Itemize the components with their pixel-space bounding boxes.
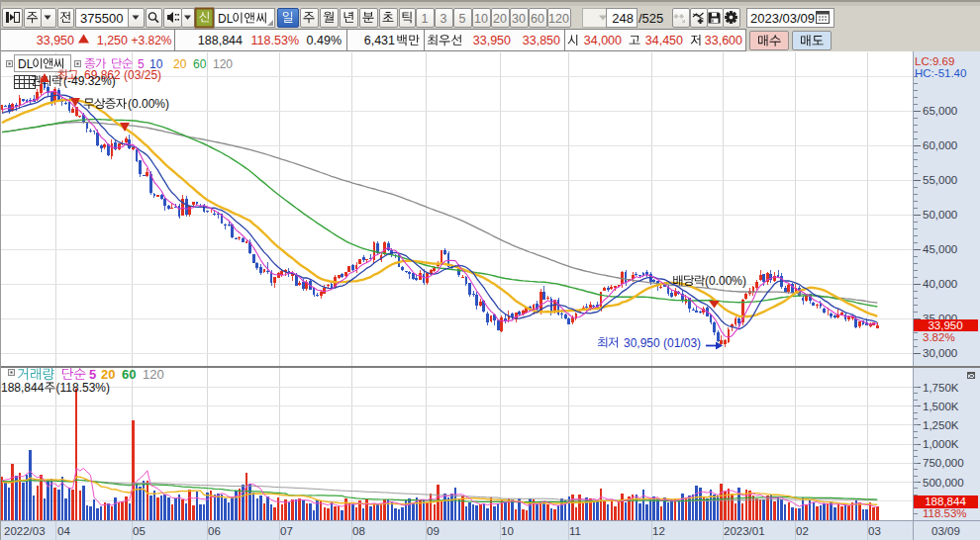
svg-text:1,500K: 1,500K <box>923 401 959 412</box>
svg-text:1,750K: 1,750K <box>923 382 959 394</box>
svg-text:375500: 375500 <box>80 11 123 26</box>
svg-text:60: 60 <box>193 57 207 71</box>
svg-text:50,000: 50,000 <box>923 209 957 221</box>
svg-text:06: 06 <box>208 525 221 537</box>
svg-text:6,431: 6,431 <box>364 34 395 47</box>
svg-text:(118.53%): (118.53%) <box>56 381 110 395</box>
svg-text:33,950: 33,950 <box>37 34 74 47</box>
svg-text:33,950: 33,950 <box>928 319 962 331</box>
svg-text:07: 07 <box>280 525 293 537</box>
svg-text:33,600: 33,600 <box>705 34 742 47</box>
svg-text:33,950: 33,950 <box>473 34 511 47</box>
svg-text:188,844: 188,844 <box>925 495 966 507</box>
svg-text:30: 30 <box>512 12 526 26</box>
svg-text:750,000: 750,000 <box>923 457 964 469</box>
svg-text:45,000: 45,000 <box>923 243 957 255</box>
svg-text:40,000: 40,000 <box>923 278 957 290</box>
svg-text:55,000: 55,000 <box>923 174 957 186</box>
svg-text:10: 10 <box>474 12 488 26</box>
svg-text:34,450: 34,450 <box>645 34 683 47</box>
svg-text:3: 3 <box>441 12 447 26</box>
svg-text:2023/03/09: 2023/03/09 <box>750 11 815 26</box>
svg-text:(-49.32%): (-49.32%) <box>63 74 116 88</box>
svg-text:/525: /525 <box>638 11 663 26</box>
svg-text:0.49%: 0.49% <box>307 34 342 47</box>
svg-text:5: 5 <box>459 12 466 26</box>
svg-text:11: 11 <box>569 525 581 537</box>
svg-text:09: 09 <box>427 525 440 537</box>
svg-text:188,844: 188,844 <box>1 381 45 395</box>
svg-text:1: 1 <box>422 12 429 26</box>
svg-text:120: 120 <box>548 12 569 26</box>
svg-text:30,000: 30,000 <box>923 347 957 359</box>
svg-text:20: 20 <box>493 12 507 26</box>
svg-text:34,000: 34,000 <box>584 34 622 47</box>
svg-text:10: 10 <box>501 525 514 537</box>
svg-text:120: 120 <box>143 367 164 382</box>
svg-text:12: 12 <box>652 525 665 537</box>
svg-text:1,250: 1,250 <box>97 34 128 47</box>
svg-text:120: 120 <box>213 57 233 71</box>
svg-text:500,000: 500,000 <box>923 477 964 489</box>
svg-text:2023/01: 2023/01 <box>724 525 765 537</box>
svg-text:65,000: 65,000 <box>923 105 957 117</box>
svg-text:03/09: 03/09 <box>931 525 960 537</box>
svg-text:118.53%: 118.53% <box>923 507 967 519</box>
svg-text:05: 05 <box>133 525 146 537</box>
svg-text:08: 08 <box>352 525 365 537</box>
svg-text:1,000K: 1,000K <box>923 438 959 450</box>
svg-text:248: 248 <box>612 11 634 26</box>
svg-text:HC:-51.40: HC:-51.40 <box>915 67 966 79</box>
svg-text:04: 04 <box>57 525 70 537</box>
svg-text:60: 60 <box>122 367 136 382</box>
svg-text:118.53%: 118.53% <box>251 34 299 47</box>
svg-text:20: 20 <box>173 57 187 71</box>
svg-text:1,250K: 1,250K <box>923 419 959 431</box>
svg-text:188,844: 188,844 <box>198 34 243 47</box>
svg-text:33,850: 33,850 <box>523 34 560 47</box>
svg-text:60: 60 <box>531 12 544 26</box>
svg-text:60,000: 60,000 <box>923 139 957 151</box>
svg-text:5: 5 <box>89 367 96 382</box>
svg-text:(0.00%): (0.00%) <box>705 274 746 288</box>
svg-text:02: 02 <box>796 525 809 537</box>
svg-text:2022/03: 2022/03 <box>4 525 46 537</box>
svg-text:3.82%: 3.82% <box>923 331 955 343</box>
svg-text:03: 03 <box>868 525 881 537</box>
svg-text:(0.00%): (0.00%) <box>128 97 169 111</box>
svg-text:DL: DL <box>18 57 34 71</box>
svg-text:30,950 (01/03): 30,950 (01/03) <box>624 336 701 350</box>
svg-text:20: 20 <box>101 367 115 382</box>
svg-text:LC:9.69: LC:9.69 <box>915 55 954 67</box>
svg-text:+3.82%: +3.82% <box>131 34 171 47</box>
svg-text:DL: DL <box>218 12 234 26</box>
